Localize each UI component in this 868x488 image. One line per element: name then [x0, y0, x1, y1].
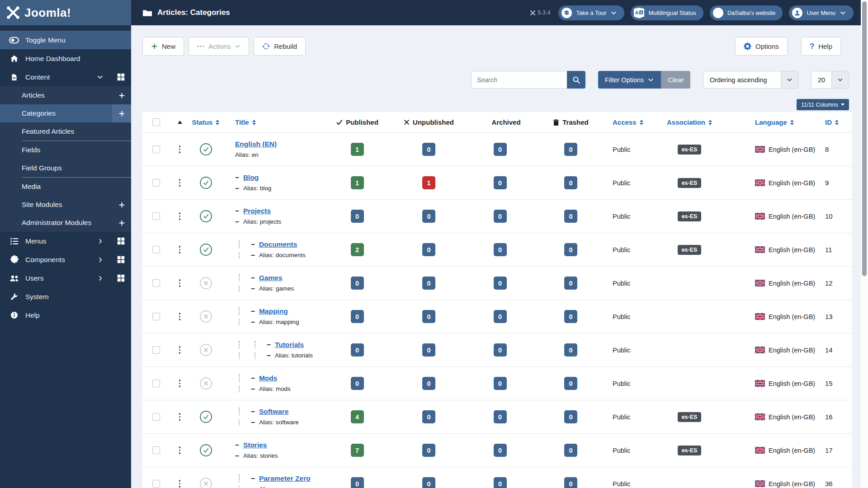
- sidebar-item-system[interactable]: System: [0, 287, 131, 306]
- column-header-label: Access: [613, 118, 637, 126]
- sidebar-item-home-dashboard[interactable]: Home Dashboard: [0, 49, 131, 68]
- drag-handle-icon[interactable]: [177, 144, 183, 155]
- row-checkbox[interactable]: [152, 413, 160, 421]
- chevron-right-icon: [97, 238, 104, 244]
- pill-take-a-tour[interactable]: Take a Tour: [558, 5, 624, 20]
- status-published-icon[interactable]: [200, 143, 212, 155]
- pill-user-menu[interactable]: User Menu: [789, 5, 854, 20]
- sidebar-item-fields[interactable]: Fields: [0, 141, 131, 159]
- category-title-link[interactable]: Mapping: [259, 307, 288, 315]
- association-badge[interactable]: es-ES: [678, 245, 702, 255]
- sidebar-item-users[interactable]: Users: [0, 269, 131, 287]
- actions-button[interactable]: Actions: [189, 37, 249, 56]
- category-title-link[interactable]: Projects: [243, 207, 271, 215]
- drag-handle-icon[interactable]: [177, 378, 183, 389]
- category-title-link[interactable]: Documents: [259, 240, 297, 249]
- column-header-id[interactable]: ID: [821, 118, 852, 126]
- association-badge[interactable]: es-ES: [678, 211, 702, 221]
- column-header-access[interactable]: Access: [606, 118, 653, 126]
- options-button[interactable]: Options: [735, 37, 788, 56]
- drag-handle-icon[interactable]: [177, 445, 183, 456]
- sidebar-item-articles[interactable]: Articles: [0, 86, 131, 104]
- ordering-select[interactable]: Ordering ascending: [703, 71, 798, 89]
- plus-icon[interactable]: [112, 86, 131, 104]
- search-button[interactable]: [567, 71, 585, 89]
- drag-handle-icon[interactable]: [177, 244, 183, 255]
- columns-selector-button[interactable]: 11/11 Columns: [797, 99, 849, 110]
- pill-dasalba-s-website[interactable]: DaSalba's website: [710, 5, 783, 20]
- status-published-icon[interactable]: [200, 177, 212, 189]
- clear-button[interactable]: Clear: [661, 71, 690, 89]
- sidebar-item-menus[interactable]: Menus: [0, 232, 131, 250]
- category-title-link[interactable]: Software: [259, 408, 288, 416]
- plus-icon[interactable]: [112, 196, 131, 214]
- drag-handle-icon[interactable]: [177, 211, 183, 222]
- row-checkbox[interactable]: [152, 179, 160, 187]
- row-checkbox[interactable]: [152, 279, 160, 287]
- row-checkbox[interactable]: [152, 480, 160, 488]
- association-badge[interactable]: es-ES: [678, 178, 702, 188]
- status-unpublished-icon[interactable]: [200, 277, 212, 289]
- row-checkbox[interactable]: [152, 313, 160, 320]
- row-checkbox[interactable]: [152, 380, 160, 387]
- help-button[interactable]: ? Help: [801, 37, 841, 56]
- status-unpublished-icon[interactable]: [200, 310, 212, 323]
- scrollbar-thumb[interactable]: [862, 1, 867, 276]
- status-unpublished-icon[interactable]: [200, 478, 212, 488]
- status-published-icon[interactable]: [200, 210, 212, 222]
- drag-handle-icon[interactable]: [177, 277, 183, 289]
- new-button[interactable]: New: [142, 37, 184, 56]
- drag-handle-icon[interactable]: [177, 311, 183, 322]
- rebuild-button[interactable]: Rebuild: [254, 37, 306, 56]
- plus-icon[interactable]: [112, 214, 131, 232]
- archived-count-badge: 0: [494, 343, 507, 357]
- sidebar-item-site-modules[interactable]: Site Modules: [0, 196, 131, 214]
- row-checkbox[interactable]: [152, 212, 160, 220]
- category-title-link[interactable]: English (EN): [235, 140, 277, 148]
- column-header-status[interactable]: Status: [190, 118, 222, 126]
- status-published-icon[interactable]: [200, 411, 212, 423]
- search-input[interactable]: [471, 71, 567, 89]
- category-title-link[interactable]: Stories: [243, 441, 267, 449]
- sidebar-item-content[interactable]: Content: [0, 68, 131, 86]
- category-title-link[interactable]: Mods: [259, 374, 277, 382]
- category-title-link[interactable]: Games: [259, 274, 283, 282]
- drag-handle-icon[interactable]: [177, 411, 183, 422]
- sidebar-item-toggle-menu[interactable]: Toggle Menu: [0, 31, 131, 49]
- row-checkbox[interactable]: [152, 145, 160, 153]
- association-badge[interactable]: es-ES: [678, 412, 702, 422]
- status-unpublished-icon[interactable]: [200, 344, 212, 356]
- sidebar-item-featured-articles[interactable]: Featured Articles: [0, 122, 131, 141]
- category-title-link[interactable]: Tutorials: [275, 341, 304, 349]
- row-checkbox[interactable]: [152, 346, 160, 354]
- category-title-link[interactable]: Blog: [243, 174, 259, 182]
- status-published-icon[interactable]: [200, 444, 212, 456]
- sidebar-item-media[interactable]: Media: [0, 178, 131, 196]
- page-size-select[interactable]: 20: [811, 71, 849, 89]
- association-badge[interactable]: es-ES: [678, 446, 702, 455]
- drag-handle-icon[interactable]: [177, 344, 183, 356]
- row-checkbox[interactable]: [152, 246, 160, 253]
- scrollbar-track[interactable]: [861, 0, 868, 488]
- status-unpublished-icon[interactable]: [200, 377, 212, 389]
- pill-multilingual-status[interactable]: AaMultilingual Status: [631, 5, 703, 20]
- select-all-checkbox[interactable]: [152, 118, 160, 126]
- column-header-association[interactable]: Association: [653, 118, 726, 126]
- sidebar-item-administrator-modules[interactable]: Administrator Modules: [0, 214, 131, 232]
- column-header-select[interactable]: [142, 118, 170, 126]
- sidebar-item-help[interactable]: Help: [0, 306, 131, 324]
- filter-options-button[interactable]: Filter Options: [598, 71, 661, 89]
- sidebar-item-categories[interactable]: Categories: [0, 104, 131, 122]
- drag-handle-icon[interactable]: [177, 177, 183, 188]
- association-badge[interactable]: es-ES: [678, 145, 702, 155]
- row-checkbox[interactable]: [152, 446, 160, 454]
- status-published-icon[interactable]: [200, 244, 212, 256]
- drag-handle-icon[interactable]: [177, 478, 183, 488]
- sidebar-item-components[interactable]: Components: [0, 250, 131, 269]
- category-title-link[interactable]: Parameter Zero: [259, 474, 311, 483]
- column-header-language[interactable]: Language: [726, 118, 821, 126]
- plus-icon[interactable]: [112, 104, 131, 122]
- archived-count-badge: 0: [494, 277, 507, 290]
- column-header-title[interactable]: Title: [222, 118, 321, 126]
- sidebar-item-field-groups[interactable]: Field Groups: [0, 159, 131, 177]
